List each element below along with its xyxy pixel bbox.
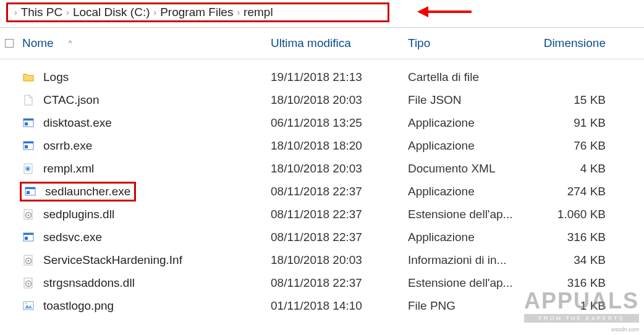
- file-modified: 08/11/2018 22:37: [271, 208, 408, 221]
- svg-rect-9: [25, 187, 35, 189]
- dll-icon: [22, 277, 35, 289]
- annotation-arrow: [417, 6, 472, 17]
- file-size: 274 KB: [538, 185, 624, 198]
- breadcrumb-item[interactable]: This PC: [21, 6, 63, 19]
- table-row[interactable]: sedplugins.dll08/11/2018 22:37Estensione…: [0, 203, 644, 226]
- table-row[interactable]: disktoast.exe06/11/2018 13:25Applicazion…: [0, 111, 644, 134]
- column-header-label: Dimensione: [544, 36, 606, 49]
- table-row[interactable]: CTAC.json18/10/2018 20:03File JSON15 KB: [0, 88, 644, 111]
- column-header-label: Ultima modifica: [271, 36, 351, 49]
- inf-icon: [22, 254, 35, 266]
- file-name: sedsvc.exe: [43, 231, 102, 244]
- file-list[interactable]: Logs19/11/2018 21:13Cartella di fileCTAC…: [0, 59, 644, 317]
- file-name-cell[interactable]: sedsvc.exe: [19, 231, 271, 244]
- address-bar: › This PC › Local Disk (C:) › Program Fi…: [0, 0, 644, 28]
- chevron-right-icon: ›: [154, 7, 157, 17]
- file-name-cell[interactable]: strgsnsaddons.dll: [19, 276, 271, 290]
- svg-point-19: [28, 260, 30, 261]
- file-size: 91 KB: [538, 116, 624, 130]
- file-type: Applicazione: [408, 139, 538, 153]
- svg-rect-4: [23, 142, 33, 143]
- sort-asc-icon: ^: [69, 39, 72, 48]
- breadcrumb-item[interactable]: Local Disk (C:): [73, 6, 150, 19]
- file-modified: 18/10/2018 20:03: [271, 93, 408, 107]
- chevron-right-icon: ›: [14, 7, 17, 17]
- exe-icon: [22, 140, 35, 152]
- file-size: 34 KB: [538, 253, 624, 267]
- file-size: 15 KB: [538, 93, 624, 107]
- file-type: Cartella di file: [408, 70, 538, 84]
- column-headers: Nome ^ Ultima modifica Tipo Dimensione: [0, 28, 644, 59]
- svg-point-13: [28, 214, 30, 216]
- file-name: Logs: [43, 70, 69, 84]
- svg-rect-16: [25, 237, 28, 240]
- file-type: File JSON: [408, 93, 538, 107]
- column-header-modified[interactable]: Ultima modifica: [271, 36, 408, 50]
- table-row[interactable]: rempl.xml18/10/2018 20:03Documento XML4 …: [0, 157, 644, 180]
- table-row[interactable]: toastlogo.png01/11/2018 14:10File PNG1 K…: [0, 294, 644, 317]
- svg-rect-15: [23, 233, 33, 235]
- watermark-url: wsxdn.com: [611, 326, 639, 333]
- file-name-cell[interactable]: osrrb.exe: [19, 139, 271, 153]
- column-header-size[interactable]: Dimensione: [538, 36, 624, 50]
- column-header-label: Nome: [22, 36, 54, 50]
- table-row[interactable]: Logs19/11/2018 21:13Cartella di file: [0, 66, 644, 88]
- file-name: toastlogo.png: [43, 299, 114, 313]
- file-type: Applicazione: [408, 116, 538, 130]
- file-name-cell[interactable]: sedlauncher.exe: [19, 182, 271, 201]
- file-type: Estensione dell'ap...: [408, 276, 538, 290]
- file-name-cell[interactable]: ServiceStackHardening.Inf: [19, 253, 271, 267]
- table-row[interactable]: sedlauncher.exe08/11/2018 22:37Applicazi…: [0, 180, 644, 203]
- folder-icon: [22, 71, 35, 83]
- file-name-cell[interactable]: toastlogo.png: [19, 299, 271, 313]
- select-all-checkbox[interactable]: [5, 39, 14, 48]
- breadcrumb[interactable]: › This PC › Local Disk (C:) › Program Fi…: [6, 2, 389, 22]
- file-name-cell[interactable]: Logs: [19, 70, 271, 84]
- file-size: 1 KB: [538, 299, 624, 313]
- svg-point-22: [28, 282, 30, 284]
- file-name-cell[interactable]: sedplugins.dll: [19, 208, 271, 221]
- file-name: disktoast.exe: [43, 116, 112, 130]
- file-modified: 08/11/2018 22:37: [271, 185, 408, 198]
- file-modified: 08/11/2018 22:37: [271, 276, 408, 290]
- exe-icon: [22, 231, 35, 244]
- file-name-cell[interactable]: CTAC.json: [19, 93, 271, 107]
- table-row[interactable]: ServiceStackHardening.Inf18/10/2018 20:0…: [0, 248, 644, 271]
- svg-rect-5: [25, 145, 28, 148]
- file-modified: 08/11/2018 22:37: [271, 231, 408, 244]
- column-header-name[interactable]: Nome ^: [19, 36, 271, 50]
- file-name-cell[interactable]: disktoast.exe: [19, 116, 271, 130]
- file-modified: 06/11/2018 13:25: [271, 116, 408, 130]
- file-type: Documento XML: [408, 162, 538, 176]
- table-row[interactable]: osrrb.exe18/10/2018 18:20Applicazione76 …: [0, 134, 644, 157]
- file-name: strgsnsaddons.dll: [43, 276, 135, 290]
- file-type: Applicazione: [408, 185, 538, 198]
- dll-icon: [22, 208, 35, 221]
- file-name: ServiceStackHardening.Inf: [43, 253, 182, 267]
- file-size: 316 KB: [538, 276, 624, 290]
- table-row[interactable]: strgsnsaddons.dll08/11/2018 22:37Estensi…: [0, 271, 644, 294]
- breadcrumb-item[interactable]: Program Files: [160, 6, 233, 19]
- png-icon: [22, 300, 35, 312]
- column-header-type[interactable]: Tipo: [408, 36, 538, 50]
- file-modified: 18/10/2018 20:03: [271, 162, 408, 176]
- file-name: CTAC.json: [43, 93, 99, 107]
- exe-icon: [22, 117, 35, 129]
- file-icon: [22, 94, 35, 106]
- file-size: 316 KB: [538, 231, 624, 244]
- file-name-cell[interactable]: rempl.xml: [19, 162, 271, 176]
- file-type: Applicazione: [408, 231, 538, 244]
- file-name: sedlauncher.exe: [45, 185, 130, 198]
- file-name: sedplugins.dll: [43, 208, 114, 221]
- xml-icon: [22, 163, 35, 175]
- file-type: Estensione dell'ap...: [408, 208, 538, 221]
- file-type: Informazioni di in...: [408, 253, 538, 267]
- table-row[interactable]: sedsvc.exe08/11/2018 22:37Applicazione31…: [0, 226, 644, 248]
- file-type: File PNG: [408, 299, 538, 313]
- file-size: 4 KB: [538, 162, 624, 176]
- breadcrumb-item[interactable]: rempl: [244, 6, 273, 19]
- svg-point-25: [25, 302, 27, 304]
- column-header-label: Tipo: [408, 36, 430, 49]
- chevron-right-icon: ›: [66, 7, 69, 17]
- file-size: 76 KB: [538, 139, 624, 153]
